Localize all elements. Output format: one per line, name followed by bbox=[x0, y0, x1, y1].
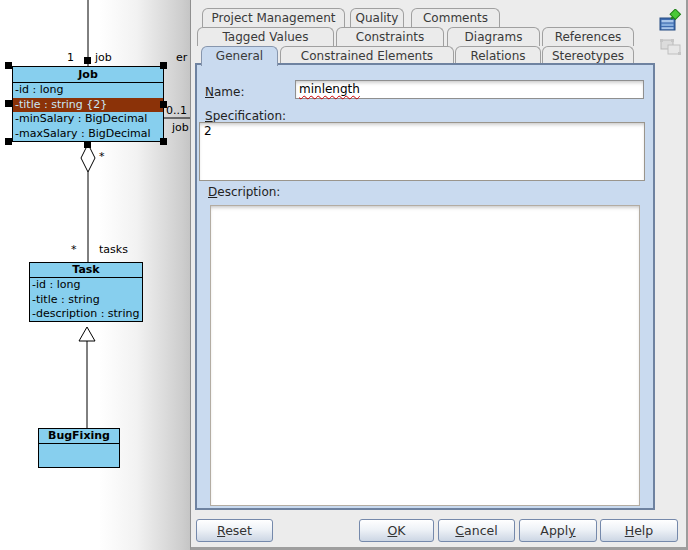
tab-stereotypes[interactable]: Stereotypes bbox=[542, 46, 634, 63]
help-button[interactable]: Help bbox=[600, 519, 678, 542]
class-name: Task bbox=[30, 263, 142, 278]
tab-relations[interactable]: Relations bbox=[455, 46, 541, 63]
role-label: tasks bbox=[99, 243, 128, 256]
copy-disabled-icon bbox=[659, 36, 683, 58]
multiplicity-label: * bbox=[71, 243, 77, 256]
role-label: job bbox=[172, 121, 189, 134]
selection-handle[interactable] bbox=[160, 101, 167, 108]
tab-comments[interactable]: Comments bbox=[411, 8, 500, 27]
reset-button[interactable]: Reset bbox=[196, 519, 273, 542]
name-value: minlength bbox=[299, 82, 360, 96]
specification-label: Specification: bbox=[205, 109, 286, 123]
tab-general[interactable]: General bbox=[201, 46, 278, 66]
attribute-row[interactable]: -title : string bbox=[30, 293, 142, 308]
attribute-row[interactable]: -id : long bbox=[30, 278, 142, 293]
tab-project-management[interactable]: Project Management bbox=[202, 8, 345, 27]
class-task[interactable]: Task -id : long -title : string -descrip… bbox=[29, 262, 143, 322]
selection-handle[interactable] bbox=[84, 141, 91, 148]
class-name: BugFixing bbox=[39, 429, 119, 444]
argouml-window: 1 job er 0..1 job * * tasks Job -id : lo… bbox=[0, 0, 688, 550]
clipped-role-label: er bbox=[176, 51, 187, 64]
tab-references[interactable]: References bbox=[542, 27, 634, 46]
tab-quality[interactable]: Quality bbox=[350, 8, 404, 27]
selection-handle[interactable] bbox=[84, 57, 91, 64]
tab-diagrams[interactable]: Diagrams bbox=[447, 27, 540, 46]
apply-button[interactable]: Apply bbox=[519, 519, 597, 542]
tab-tagged-values[interactable]: Tagged Values bbox=[197, 27, 334, 46]
class-name: Job bbox=[13, 67, 163, 83]
cancel-button[interactable]: Cancel bbox=[438, 519, 515, 542]
description-label: Description: bbox=[208, 185, 280, 199]
description-textarea[interactable] bbox=[210, 205, 640, 506]
role-label: job bbox=[95, 51, 112, 64]
attribute-row[interactable]: -id : long bbox=[13, 83, 163, 98]
selection-handle[interactable] bbox=[5, 100, 12, 107]
selection-handle[interactable] bbox=[5, 138, 12, 145]
ok-button[interactable]: OK bbox=[359, 519, 434, 542]
name-label: Name: bbox=[205, 85, 244, 99]
specification-textarea[interactable]: 2 bbox=[199, 122, 645, 181]
attribute-row-selected[interactable]: -title : string {2} bbox=[13, 98, 163, 113]
selection-handle[interactable] bbox=[5, 62, 12, 69]
selection-handle[interactable] bbox=[160, 62, 167, 69]
selection-handle[interactable] bbox=[160, 138, 167, 145]
attribute-row[interactable]: -description : string bbox=[30, 307, 142, 322]
multiplicity-label: * bbox=[99, 150, 105, 163]
class-bugfixing[interactable]: BugFixing bbox=[38, 428, 120, 468]
tab-constrained-elements[interactable]: Constrained Elements bbox=[280, 46, 454, 63]
attribute-row[interactable]: -maxSalary : BigDecimal bbox=[13, 127, 163, 142]
multiplicity-label: 1 bbox=[67, 51, 74, 64]
tab-constraints[interactable]: Constraints bbox=[336, 27, 444, 46]
multiplicity-label: 0..1 bbox=[166, 104, 187, 117]
name-input[interactable]: minlength bbox=[295, 80, 644, 99]
attribute-row[interactable]: -minSalary : BigDecimal bbox=[13, 112, 163, 127]
class-job[interactable]: Job -id : long -title : string {2} -minS… bbox=[12, 66, 164, 142]
navigate-tagged-values-icon[interactable] bbox=[658, 9, 684, 33]
